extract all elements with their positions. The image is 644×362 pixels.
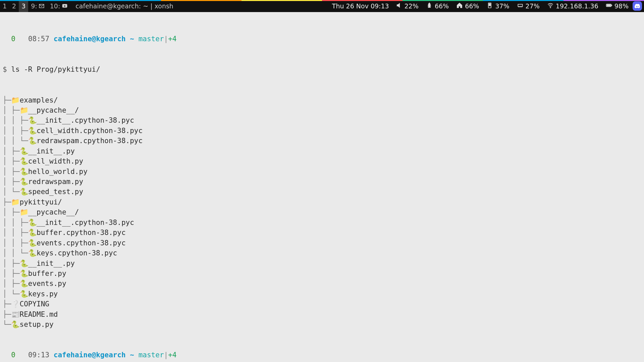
svg-rect-6	[611, 5, 612, 6]
tree-filename: COPYING	[19, 300, 49, 308]
tree-prefix: │ │ ├─	[3, 127, 28, 135]
retcode: 0	[11, 35, 15, 43]
tree-prefix: └─	[3, 320, 11, 328]
document-icon: 📰	[11, 309, 19, 319]
prompt-userhost: cafehaine@kgearch	[54, 35, 126, 43]
tree-filename: __pycache__/	[28, 208, 79, 216]
python-icon: 🐍	[11, 319, 19, 329]
tree-prefix: │ ├─	[3, 147, 20, 155]
python-icon: 🐍	[28, 218, 37, 228]
folder-icon: 📁	[20, 207, 28, 217]
tree-filename: events.cpython-38.pyc	[37, 239, 126, 247]
indicator-disk[interactable]: 37%	[484, 2, 511, 10]
git-branch: master	[139, 351, 164, 359]
prompt-sep: ~	[130, 351, 134, 359]
tree-filename: __pycache__/	[28, 106, 79, 114]
tree-row: │ │ └─🐍redrawspam.cpython-38.pyc	[3, 136, 641, 146]
tree-row: ├─❔COPYING	[3, 299, 641, 309]
tree-row: │ ├─📁__pycache__/	[3, 105, 641, 115]
terminal[interactable]: 0 08:57 cafehaine@kgearch ~ master|+4 $ …	[0, 12, 644, 362]
svg-rect-7	[607, 5, 611, 6]
tree-row: │ ├─🐍redrawspam.py	[3, 177, 641, 187]
mail-icon	[39, 3, 45, 9]
tree-row: │ │ ├─🐍__init__.cpython-38.pyc	[3, 115, 641, 125]
svg-point-4	[550, 7, 551, 8]
svg-rect-3	[518, 4, 522, 7]
git-branch: master	[139, 35, 164, 43]
python-icon: 🐍	[20, 187, 28, 197]
python-icon: 🐍	[20, 167, 28, 177]
git-delta: +4	[168, 35, 176, 43]
git-bar: |	[164, 351, 168, 359]
tree-prefix: ├─	[3, 310, 11, 318]
svg-rect-2	[489, 3, 491, 6]
tree-prefix: │ ├─	[3, 178, 20, 186]
indicator-memory[interactable]: 27%	[515, 2, 542, 10]
tree-row: │ ├─🐍cell_width.py	[3, 156, 641, 166]
tree-row: │ ├─🐍events.py	[3, 279, 641, 289]
tree-filename: redrawspam.cpython-38.pyc	[37, 137, 143, 145]
tree-filename: buffer.cpython-38.pyc	[37, 229, 126, 237]
tree-row: │ ├─🐍hello_world.py	[3, 167, 641, 177]
tree-row: └─🐍setup.py	[3, 319, 641, 329]
workspace-9[interactable]: 9:	[28, 0, 47, 12]
unknown-file-icon: ❔	[11, 299, 19, 309]
tree-filename: __init__.cpython-38.pyc	[37, 116, 134, 124]
tray-discord-icon[interactable]	[633, 1, 642, 11]
clock: Thu 26 Nov 09:13	[327, 2, 394, 10]
tree-filename: keys.py	[28, 290, 58, 298]
python-icon: 🐍	[20, 289, 28, 299]
clock-text: Thu 26 Nov 09:13	[332, 2, 389, 10]
command-line: $ ls -R Prog/pykittyui/	[3, 64, 641, 74]
workspace-2[interactable]: 2	[9, 0, 19, 12]
workspace-3[interactable]: 3	[19, 0, 28, 12]
tree-filename: events.py	[28, 280, 66, 288]
battery-icon	[606, 2, 612, 10]
tree-filename: keys.cpython-38.pyc	[37, 249, 117, 257]
retcode: 0	[11, 351, 15, 359]
indicator-value: 192.168.1.36	[556, 2, 598, 10]
prompt-line-1: 0 08:57 cafehaine@kgearch ~ master|+4	[3, 34, 641, 44]
tree-prefix: │ │ └─	[3, 137, 28, 145]
memory-icon	[517, 2, 524, 10]
wifi-icon	[547, 2, 554, 10]
tree-filename: speed_test.py	[28, 188, 83, 196]
tree-prefix: │ └─	[3, 290, 20, 298]
folder-icon: 📁	[20, 105, 28, 115]
tree-prefix: │ │ ├─	[3, 116, 28, 124]
indicator-home[interactable]: 66%	[454, 2, 481, 10]
tree-prefix: │ │ ├─	[3, 219, 28, 227]
python-icon: 🐍	[28, 238, 37, 248]
indicator-wifi[interactable]: 192.168.1.36	[545, 2, 600, 10]
tree-row: │ └─🐍keys.py	[3, 289, 641, 299]
tree-row: │ │ ├─🐍cell_width.cpython-38.pyc	[3, 126, 641, 136]
python-icon: 🐍	[20, 146, 28, 156]
indicator-tree[interactable]: 66%	[424, 2, 451, 10]
indicator-value: 22%	[405, 2, 419, 10]
command-text: ls -R Prog/pykittyui/	[11, 65, 100, 73]
tree-filename: hello_world.py	[28, 168, 88, 176]
home-icon	[456, 2, 463, 10]
tree-prefix: │ │ ├─	[3, 239, 28, 247]
tree-row: │ ├─📁__pycache__/	[3, 207, 641, 217]
prompt-sep: ~	[130, 35, 134, 43]
workspace-1[interactable]: 1	[0, 0, 9, 12]
tree-icon	[426, 2, 433, 10]
folder-icon: 📁	[11, 95, 19, 105]
tree-prefix: │ ├─	[3, 157, 20, 165]
indicator-volume[interactable]: 22%	[394, 2, 421, 10]
tree-filename: __init__.py	[28, 147, 75, 155]
indicator-value: 27%	[526, 2, 540, 10]
tree-row: ├─📁examples/	[3, 95, 641, 105]
window-title-text: cafehaine@kgearch: ~ | xonsh	[75, 2, 173, 10]
prompt-line-2: 0 09:13 cafehaine@kgearch ~ master|+4	[3, 350, 641, 360]
tree-prefix: │ ├─	[3, 168, 20, 176]
indicator-battery[interactable]: 98%	[604, 2, 631, 10]
tree-row: │ │ ├─🐍buffer.cpython-38.pyc	[3, 228, 641, 238]
tree-output: ├─📁examples/│ ├─📁__pycache__/│ │ ├─🐍__in…	[3, 95, 641, 330]
youtube-icon	[61, 3, 68, 9]
python-icon: 🐍	[20, 177, 28, 187]
workspace-10[interactable]: 10:	[47, 0, 71, 12]
tree-prefix: │ ├─	[3, 280, 20, 288]
python-icon: 🐍	[20, 268, 28, 279]
